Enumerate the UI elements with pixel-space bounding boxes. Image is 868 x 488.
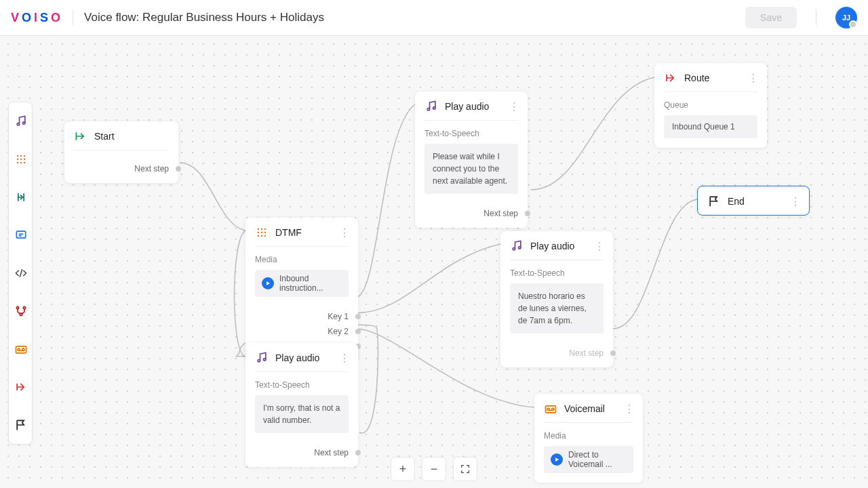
svg-point-13: [23, 306, 25, 308]
condition-icon: [14, 190, 28, 204]
more-icon[interactable]: ⋮: [748, 72, 757, 85]
voicemail-icon: [14, 342, 28, 356]
sidebar-route[interactable]: [9, 368, 33, 406]
svg-point-18: [258, 228, 260, 230]
node-title: Voicemail: [564, 403, 624, 414]
svg-point-6: [20, 159, 22, 161]
more-icon[interactable]: ⋮: [339, 226, 349, 239]
more-icon[interactable]: ⋮: [624, 403, 633, 415]
sidebar-branch[interactable]: [9, 292, 33, 330]
svg-point-12: [16, 306, 18, 308]
svg-point-7: [24, 159, 26, 161]
svg-point-19: [261, 228, 263, 230]
dtmf-icon: [255, 226, 269, 239]
node-title: Play audio: [445, 101, 509, 112]
section-label: Media: [544, 431, 633, 441]
start-icon: [74, 129, 87, 143]
section-label: Text-to-Speech: [425, 129, 518, 138]
port-key-1[interactable]: Key 1: [245, 309, 358, 324]
svg-point-25: [261, 235, 263, 237]
svg-point-27: [427, 108, 429, 110]
route-icon: [14, 380, 28, 394]
svg-point-28: [433, 107, 435, 109]
canvas[interactable]: Start Next step DTMF ⋮ Media Inbound ins…: [0, 36, 868, 488]
svg-point-0: [17, 123, 19, 125]
node-play-audio-3[interactable]: Play audio ⋮ Text-to-Speech I'm sorry, t…: [245, 343, 358, 467]
node-play-audio-1[interactable]: Play audio ⋮ Text-to-Speech Please wait …: [415, 92, 528, 228]
section-label: Media: [255, 255, 349, 264]
svg-point-8: [17, 162, 19, 164]
more-icon[interactable]: ⋮: [594, 240, 604, 253]
divider: [816, 9, 816, 26]
svg-point-1: [23, 122, 25, 124]
tts-text: Nuestro horario es de lunes a viernes, d…: [510, 283, 604, 333]
fullscreen-button[interactable]: [453, 457, 477, 481]
sidebar-end[interactable]: [9, 406, 33, 444]
svg-point-5: [17, 159, 19, 161]
sidebar-audio[interactable]: [9, 102, 33, 140]
sidebar-dtmf[interactable]: [9, 140, 33, 178]
node-end[interactable]: End ⋮: [697, 186, 810, 216]
svg-point-30: [519, 247, 521, 249]
node-dtmf[interactable]: DTMF ⋮ Media Inbound instruction... Key …: [245, 218, 358, 361]
svg-point-24: [258, 235, 260, 237]
flag-icon: [14, 418, 28, 432]
svg-point-21: [258, 232, 260, 234]
node-route[interactable]: Route ⋮ Queue Inbound Queue 1: [654, 63, 767, 148]
sidebar-condition[interactable]: [9, 178, 33, 216]
sidebar-voicemail[interactable]: [9, 330, 33, 368]
code-icon: [14, 266, 28, 280]
zoom-out-button[interactable]: −: [422, 457, 446, 481]
section-label: Text-to-Speech: [510, 268, 604, 278]
flag-icon: [707, 195, 721, 208]
svg-point-3: [20, 155, 22, 157]
svg-point-10: [24, 162, 26, 164]
audio-icon: [255, 351, 269, 365]
sidebar-code[interactable]: [9, 254, 33, 292]
logo: VOISO: [11, 11, 62, 25]
media-chip[interactable]: Inbound instruction...: [255, 270, 349, 297]
node-title: Start: [94, 131, 169, 142]
svg-point-23: [264, 232, 267, 234]
section-label: Queue: [664, 100, 757, 110]
dtmf-icon: [14, 152, 28, 166]
more-icon[interactable]: ⋮: [790, 195, 800, 208]
more-icon[interactable]: ⋮: [509, 100, 518, 113]
svg-point-32: [264, 359, 266, 361]
node-voicemail[interactable]: Voicemail ⋮ Media Direct to Voicemail ..…: [534, 394, 643, 483]
page-title: Voice flow: Regular Business Hours + Hol…: [84, 11, 324, 24]
tool-sidebar: [8, 102, 33, 445]
zoom-in-button[interactable]: +: [391, 457, 415, 481]
port-next-step[interactable]: Next step: [500, 346, 613, 361]
svg-point-26: [264, 235, 267, 237]
play-icon: [262, 277, 274, 289]
voicemail-icon: [544, 402, 557, 415]
svg-point-22: [261, 232, 263, 234]
sidebar-message[interactable]: [9, 216, 33, 254]
avatar[interactable]: JJ: [835, 7, 857, 28]
svg-point-4: [24, 155, 26, 157]
media-value: Direct to Voicemail ...: [568, 450, 627, 469]
fullscreen-icon: [460, 464, 471, 474]
media-chip[interactable]: Direct to Voicemail ...: [544, 446, 633, 473]
port-next-step[interactable]: Next step: [415, 206, 528, 221]
port-next-step[interactable]: Next step: [245, 445, 358, 460]
play-icon: [551, 453, 563, 466]
port-key-2[interactable]: Key 2: [245, 324, 358, 339]
port-next-step[interactable]: Next step: [64, 161, 178, 176]
zoom-controls: + −: [391, 457, 477, 481]
audio-icon: [14, 115, 28, 128]
node-play-audio-2[interactable]: Play audio ⋮ Text-to-Speech Nuestro hora…: [500, 231, 613, 367]
save-button[interactable]: Save: [745, 7, 797, 28]
node-title: End: [728, 196, 790, 207]
message-icon: [14, 228, 28, 242]
svg-point-9: [20, 162, 22, 164]
node-start[interactable]: Start Next step: [64, 121, 178, 183]
more-icon[interactable]: ⋮: [339, 352, 349, 365]
section-label: Text-to-Speech: [255, 380, 349, 390]
svg-point-31: [258, 360, 260, 362]
branch-icon: [14, 304, 28, 318]
header: VOISO Voice flow: Regular Business Hours…: [0, 0, 868, 36]
media-value: Inbound instruction...: [279, 274, 342, 293]
node-title: Play audio: [530, 241, 594, 251]
